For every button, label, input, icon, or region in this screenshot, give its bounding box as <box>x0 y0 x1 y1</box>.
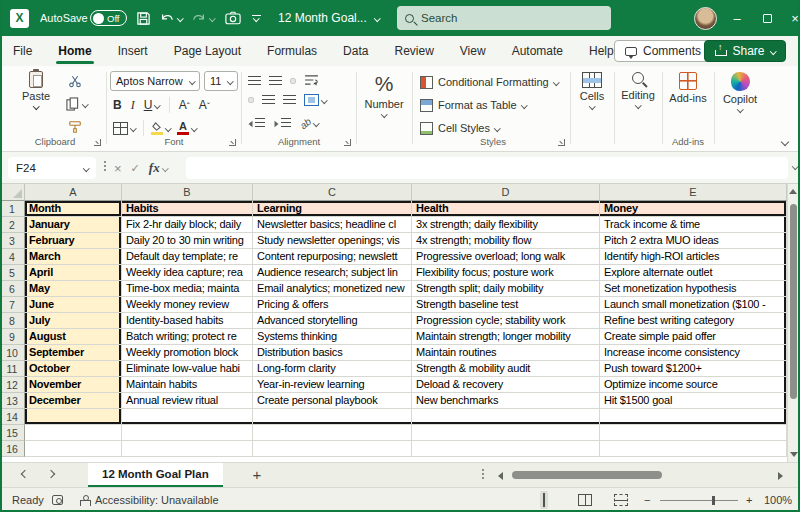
row-header-4[interactable]: 4 <box>0 249 25 265</box>
cell-E3[interactable]: Pitch 2 extra MUO ideas <box>600 233 787 249</box>
row-header-5[interactable]: 5 <box>0 265 25 281</box>
row-header-8[interactable]: 8 <box>0 313 25 329</box>
scroll-up-icon[interactable] <box>789 189 797 194</box>
row-header-1[interactable]: 1 <box>0 201 25 217</box>
cell-D16[interactable] <box>412 441 600 457</box>
cell-E15[interactable] <box>600 425 787 441</box>
conditional-formatting-button[interactable]: Conditional Formatting <box>420 71 558 93</box>
previous-sheet-icon[interactable] <box>21 470 29 478</box>
align-center-icon[interactable] <box>262 95 275 106</box>
macro-record-button[interactable] <box>52 488 63 512</box>
cell-B5[interactable]: Weekly idea capture; rea <box>122 265 253 281</box>
editing-button[interactable]: Editing <box>616 72 660 108</box>
alignment-dialog-launcher-icon[interactable] <box>344 139 351 146</box>
row-header-15[interactable]: 15 <box>0 425 25 441</box>
cell-D5[interactable]: Flexibility focus; posture work <box>412 265 600 281</box>
format-painter-button[interactable] <box>68 120 82 134</box>
ribbon-tab-data[interactable]: Data <box>330 36 381 66</box>
cell-B4[interactable]: Default day template; re <box>122 249 253 265</box>
cell-E6[interactable]: Set monetization hypothesis <box>600 281 787 297</box>
scroll-down-icon[interactable] <box>790 452 798 457</box>
cell-E2[interactable]: Track income & time <box>600 217 787 233</box>
row-header-10[interactable]: 10 <box>0 345 25 361</box>
cell-C15[interactable] <box>253 425 412 441</box>
row-header-13[interactable]: 13 <box>0 393 25 409</box>
select-all-corner[interactable] <box>0 184 25 201</box>
cell-C1[interactable]: Learning <box>253 201 412 217</box>
cell-D9[interactable]: Maintain strength; longer mobility <box>412 329 600 345</box>
cell-D10[interactable]: Maintain routines <box>412 345 600 361</box>
bold-button[interactable]: B <box>113 98 122 112</box>
column-header-C[interactable]: C <box>253 184 412 201</box>
maximize-button[interactable] <box>752 0 782 36</box>
cell-D6[interactable]: Strength split; daily mobility <box>412 281 600 297</box>
sheet-tab-active[interactable]: 12 Month Goal Plan <box>88 463 223 487</box>
cell-A8[interactable]: July <box>25 313 122 329</box>
merge-center-button[interactable] <box>304 94 327 106</box>
copy-button[interactable] <box>66 97 88 111</box>
cell-E14[interactable] <box>600 409 787 425</box>
cell-E13[interactable]: Hit $1500 goal <box>600 393 787 409</box>
cell-B2[interactable]: Fix 2-hr daily block; daily <box>122 217 253 233</box>
paste-button[interactable]: Paste <box>16 71 56 109</box>
font-dialog-launcher-icon[interactable] <box>229 139 236 146</box>
font-color-button[interactable]: A <box>177 121 197 135</box>
underline-button[interactable]: U <box>144 98 160 112</box>
cell-D12[interactable]: Deload & recovery <box>412 377 600 393</box>
cell-D13[interactable]: New benchmarks <box>412 393 600 409</box>
cell-B7[interactable]: Weekly money review <box>122 297 253 313</box>
cell-D4[interactable]: Progressive overload; long walk <box>412 249 600 265</box>
cell-C10[interactable]: Distribution basics <box>253 345 412 361</box>
cell-A3[interactable]: February <box>25 233 122 249</box>
autosave-toggle[interactable]: Off <box>90 0 127 36</box>
cell-D14[interactable] <box>412 409 600 425</box>
zoom-in-button[interactable]: + <box>746 488 752 512</box>
cell-B11[interactable]: Eliminate low-value habi <box>122 361 253 377</box>
ribbon-tab-home[interactable]: Home <box>45 36 104 66</box>
cell-A6[interactable]: May <box>25 281 122 297</box>
row-header-9[interactable]: 9 <box>0 329 25 345</box>
font-name-combobox[interactable]: Aptos Narrow <box>110 71 200 91</box>
cell-C14[interactable] <box>253 409 412 425</box>
save-button[interactable] <box>136 0 151 36</box>
cell-B6[interactable]: Time-box media; mainta <box>122 281 253 297</box>
ribbon-tab-automate[interactable]: Automate <box>499 36 576 66</box>
comments-button[interactable]: Comments <box>614 40 712 62</box>
increase-font-button[interactable]: Aˆ <box>179 98 190 112</box>
cell-D8[interactable]: Progression cycle; stability work <box>412 313 600 329</box>
cell-C5[interactable]: Audience research; subject lin <box>253 265 412 281</box>
cell-A2[interactable]: January <box>25 217 122 233</box>
row-header-3[interactable]: 3 <box>0 233 25 249</box>
ribbon-tab-view[interactable]: View <box>447 36 499 66</box>
cell-E8[interactable]: Refine best writing category <box>600 313 787 329</box>
align-left-button[interactable] <box>248 97 254 103</box>
insert-function-button[interactable]: fx <box>149 160 167 176</box>
account-avatar[interactable] <box>694 0 717 36</box>
formula-bar-handle[interactable] <box>104 161 106 171</box>
cell-B3[interactable]: Daily 20 to 30 min writing <box>122 233 253 249</box>
horizontal-scroll-thumb[interactable] <box>512 471 662 479</box>
cancel-entry-button[interactable]: × <box>114 161 122 176</box>
confirm-entry-button[interactable]: ✓ <box>131 162 140 175</box>
row-header-16[interactable]: 16 <box>0 441 25 457</box>
page-layout-view-button[interactable] <box>578 488 592 512</box>
align-right-icon[interactable] <box>283 95 296 106</box>
collapse-ribbon-icon[interactable] <box>781 138 789 146</box>
search-box[interactable] <box>397 6 611 30</box>
row-header-12[interactable]: 12 <box>0 377 25 393</box>
cell-A4[interactable]: March <box>25 249 122 265</box>
page-break-view-button[interactable] <box>614 488 628 512</box>
cell-E5[interactable]: Explore alternate outlet <box>600 265 787 281</box>
cell-E10[interactable]: Increase income consistency <box>600 345 787 361</box>
search-input[interactable] <box>421 12 571 24</box>
decrease-indent-button[interactable] <box>248 118 265 129</box>
cell-A15[interactable] <box>25 425 122 441</box>
cell-E11[interactable]: Push toward $1200+ <box>600 361 787 377</box>
zoom-out-button[interactable]: − <box>644 488 650 512</box>
cell-D3[interactable]: 4x strength; mobility flow <box>412 233 600 249</box>
cell-C9[interactable]: Systems thinking <box>253 329 412 345</box>
cell-B12[interactable]: Maintain habits <box>122 377 253 393</box>
row-header-2[interactable]: 2 <box>0 217 25 233</box>
italic-button[interactable]: I <box>131 98 135 113</box>
cell-D1[interactable]: Health <box>412 201 600 217</box>
